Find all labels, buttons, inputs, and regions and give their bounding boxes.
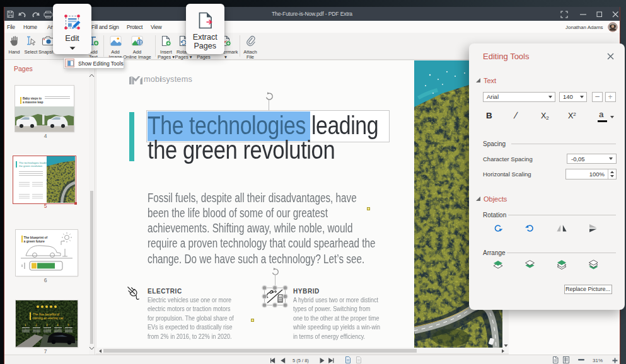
svg-text:owning an electric car: owning an electric car <box>33 316 64 320</box>
